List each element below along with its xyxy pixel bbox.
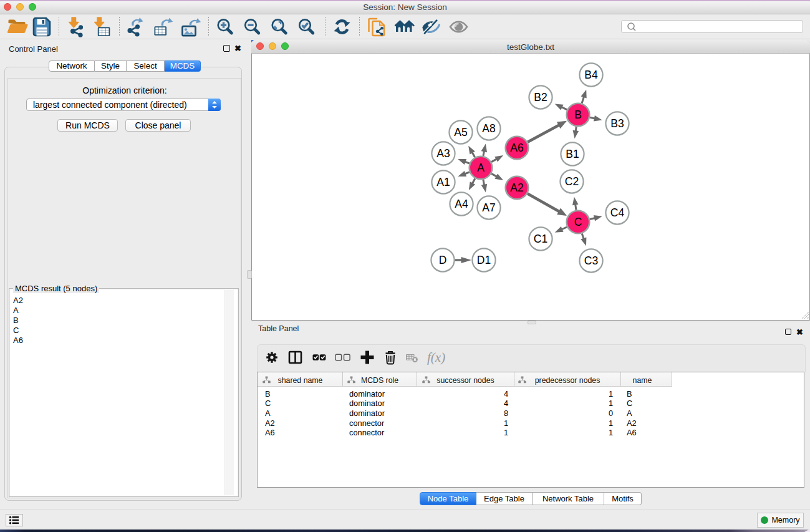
svg-text:A5: A5: [454, 126, 467, 138]
svg-text:A8: A8: [482, 122, 495, 135]
svg-text:C4: C4: [610, 206, 625, 219]
svg-text:C: C: [574, 216, 582, 228]
svg-text:B3: B3: [610, 117, 624, 130]
svg-text:A4: A4: [455, 198, 468, 210]
svg-text:B: B: [574, 109, 582, 121]
svg-text:A: A: [477, 162, 485, 174]
svg-text:A1: A1: [436, 176, 450, 188]
svg-text:D: D: [439, 254, 447, 266]
svg-text:C3: C3: [584, 254, 598, 267]
svg-text:f(x): f(x): [427, 350, 445, 365]
svg-text:A7: A7: [482, 201, 495, 214]
svg-text:A3: A3: [436, 147, 450, 160]
svg-text:C2: C2: [565, 175, 579, 188]
svg-text:B4: B4: [584, 69, 598, 81]
svg-text:A2: A2: [510, 181, 523, 194]
svg-text:B2: B2: [534, 91, 547, 104]
svg-text:B1: B1: [566, 148, 579, 160]
svg-text:D1: D1: [477, 254, 491, 266]
svg-text:C1: C1: [534, 233, 547, 245]
svg-text:A6: A6: [510, 142, 523, 154]
